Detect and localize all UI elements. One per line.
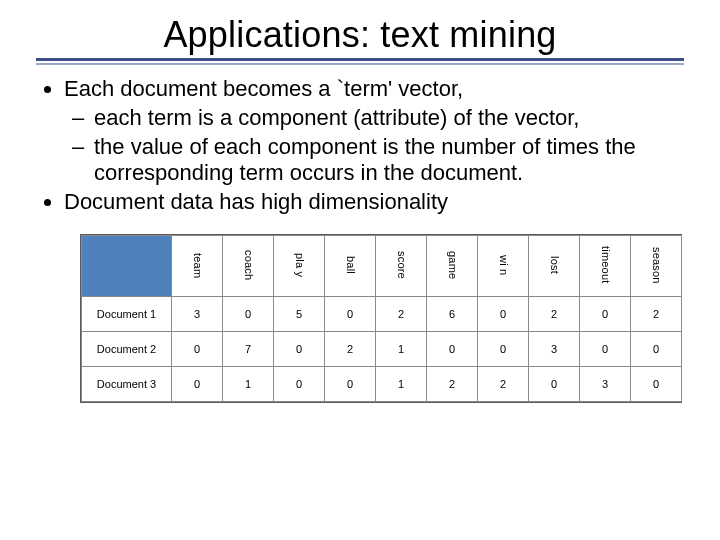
row-header: Document 1 — [82, 297, 172, 332]
cell: 0 — [325, 297, 376, 332]
sub-bullet-list: each term is a component (attribute) of … — [64, 105, 684, 187]
bullet-text: Document data has high dimensionality — [64, 189, 448, 214]
column-header: pla y — [274, 236, 325, 297]
row-header: Document 2 — [82, 332, 172, 367]
sub-bullet-text: the value of each component is the numbe… — [94, 134, 636, 186]
cell: 6 — [427, 297, 478, 332]
slide-title: Applications: text mining — [36, 14, 684, 56]
slide: Applications: text mining Each document … — [0, 0, 720, 540]
term-document-table: team coach pla y ball score game wi n lo… — [80, 234, 682, 403]
cell: 2 — [376, 297, 427, 332]
bullet-item: Document data has high dimensionality — [64, 189, 684, 216]
term-label: team — [191, 253, 203, 278]
sub-bullet-item: each term is a component (attribute) of … — [94, 105, 684, 132]
cell: 0 — [274, 332, 325, 367]
cell: 2 — [325, 332, 376, 367]
cell: 0 — [631, 367, 682, 402]
bullet-text: Each document becomes a `term' vector, — [64, 76, 463, 101]
column-header: team — [172, 236, 223, 297]
sub-bullet-item: the value of each component is the numbe… — [94, 134, 684, 188]
table-row: Document 1 3 0 5 0 2 6 0 2 0 2 — [82, 297, 682, 332]
cell: 3 — [172, 297, 223, 332]
cell: 7 — [223, 332, 274, 367]
bullet-list: Each document becomes a `term' vector, e… — [36, 76, 684, 216]
cell: 0 — [478, 332, 529, 367]
cell: 0 — [580, 297, 631, 332]
column-header: timeout — [580, 236, 631, 297]
data-table: team coach pla y ball score game wi n lo… — [81, 235, 682, 402]
term-label: season — [650, 247, 662, 284]
cell: 0 — [172, 367, 223, 402]
term-label: game — [446, 251, 458, 279]
cell: 0 — [223, 297, 274, 332]
term-label: timeout — [599, 246, 611, 283]
cell: 0 — [580, 332, 631, 367]
term-label: coach — [242, 250, 254, 280]
table-corner-cell — [82, 236, 172, 297]
cell: 3 — [580, 367, 631, 402]
cell: 2 — [478, 367, 529, 402]
bullet-item: Each document becomes a `term' vector, e… — [64, 76, 684, 187]
row-header: Document 3 — [82, 367, 172, 402]
table-row: Document 3 0 1 0 0 1 2 2 0 3 0 — [82, 367, 682, 402]
sub-bullet-text: each term is a component (attribute) of … — [94, 105, 579, 130]
cell: 0 — [478, 297, 529, 332]
table-row: Document 2 0 7 0 2 1 0 0 3 0 0 — [82, 332, 682, 367]
cell: 0 — [172, 332, 223, 367]
column-header: score — [376, 236, 427, 297]
table-header-row: team coach pla y ball score game wi n lo… — [82, 236, 682, 297]
cell: 5 — [274, 297, 325, 332]
cell: 0 — [631, 332, 682, 367]
term-label: ball — [344, 256, 356, 274]
cell: 1 — [376, 367, 427, 402]
cell: 0 — [529, 367, 580, 402]
column-header: ball — [325, 236, 376, 297]
term-label: score — [395, 251, 407, 279]
column-header: wi n — [478, 236, 529, 297]
column-header: coach — [223, 236, 274, 297]
term-label: wi n — [497, 255, 509, 275]
title-underline — [36, 58, 684, 66]
cell: 2 — [529, 297, 580, 332]
term-label: lost — [548, 256, 560, 274]
cell: 2 — [427, 367, 478, 402]
term-label: pla y — [293, 253, 305, 277]
cell: 2 — [631, 297, 682, 332]
cell: 1 — [223, 367, 274, 402]
cell: 0 — [274, 367, 325, 402]
column-header: game — [427, 236, 478, 297]
column-header: season — [631, 236, 682, 297]
cell: 0 — [325, 367, 376, 402]
cell: 0 — [427, 332, 478, 367]
cell: 1 — [376, 332, 427, 367]
column-header: lost — [529, 236, 580, 297]
cell: 3 — [529, 332, 580, 367]
